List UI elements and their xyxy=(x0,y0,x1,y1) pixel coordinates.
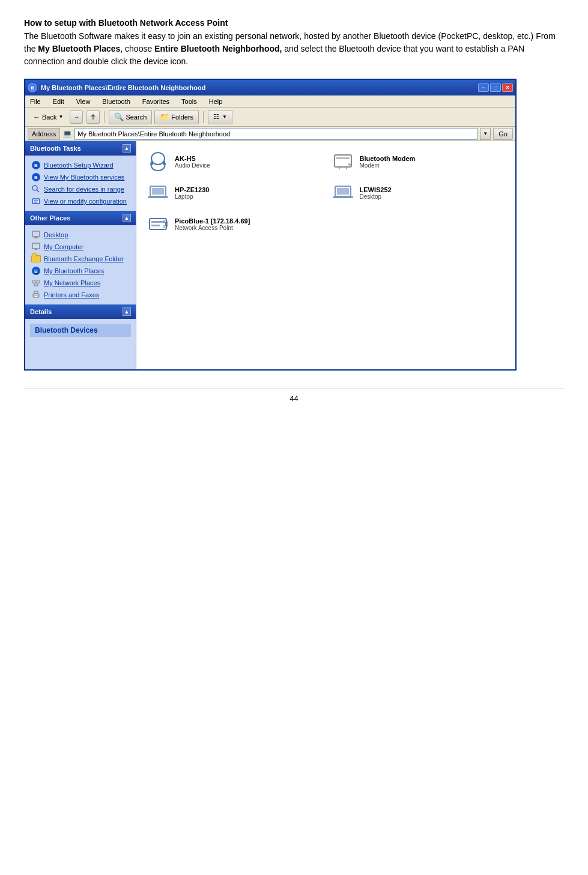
sidebar-item-bt-exchange[interactable]: Bluetooth Exchange Folder xyxy=(28,253,133,265)
other-collapse-button[interactable]: ▲ xyxy=(123,214,131,222)
device-bt-modem[interactable]: Bluetooth Modem Modem xyxy=(327,147,510,176)
addressbar: Address 💻 My Bluetooth Places\Entire Blu… xyxy=(25,127,515,141)
body-text-2: , choose xyxy=(120,44,154,53)
menubar: File Edit View Bluetooth Favorites Tools… xyxy=(25,95,515,107)
heading-text: How to setup with Bluetooth Network Acce… xyxy=(24,18,228,28)
maximize-button[interactable]: □ xyxy=(490,83,501,92)
titlebar-buttons[interactable]: − □ ✕ xyxy=(478,83,513,92)
sidebar-tasks-section: Bluetooth Tasks ▲ B Bluetooth Setup Wiza… xyxy=(25,141,136,211)
titlebar: B My Bluetooth Places\Entire Bluetooth N… xyxy=(25,80,515,95)
close-button[interactable]: ✕ xyxy=(502,83,513,92)
menu-bluetooth[interactable]: Bluetooth xyxy=(100,97,132,106)
bt-modem-info: Bluetooth Modem Modem xyxy=(360,155,416,169)
other-section-header[interactable]: Other Places ▲ xyxy=(25,211,136,225)
address-icon: 💻 xyxy=(62,129,72,138)
search-button[interactable]: 🔍 Search xyxy=(109,110,152,124)
other-section-title: Other Places xyxy=(30,214,70,222)
bt-modem-name: Bluetooth Modem xyxy=(360,155,416,162)
titlebar-left: B My Bluetooth Places\Entire Bluetooth N… xyxy=(28,83,205,92)
address-label: Address xyxy=(28,128,60,140)
tasks-collapse-button[interactable]: ▲ xyxy=(123,144,131,153)
bt-modem-icon xyxy=(331,150,355,174)
menu-favorites[interactable]: Favorites xyxy=(140,97,172,106)
bt-exchange-folder-icon xyxy=(31,254,41,264)
lewis252-icon xyxy=(331,181,355,205)
sidebar-item-printers[interactable]: Printers and Faxes xyxy=(28,289,133,301)
my-computer-icon xyxy=(31,242,41,252)
network-places-icon xyxy=(31,278,41,288)
forward-button[interactable]: → xyxy=(70,111,83,124)
sidebar-details-section: Details ▲ Bluetooth Devices xyxy=(25,304,136,342)
address-input[interactable]: My Bluetooth Places\Entire Bluetooth Nei… xyxy=(74,128,477,140)
device-hp-laptop[interactable]: HP-ZE1230 Laptop xyxy=(142,178,325,207)
view-icon: ☷ xyxy=(213,113,219,121)
details-collapse-button[interactable]: ▲ xyxy=(123,307,131,316)
tasks-section-title: Bluetooth Tasks xyxy=(30,145,81,152)
ak-hs-name: AK-HS xyxy=(175,155,210,162)
sidebar-item-desktop[interactable]: Desktop xyxy=(28,229,133,241)
hp-laptop-info: HP-ZE1230 Laptop xyxy=(175,186,209,200)
menu-file[interactable]: File xyxy=(28,97,43,106)
tasks-section-content: B Bluetooth Setup Wizard B View My Bluet… xyxy=(25,156,136,211)
section-heading: How to setup with Bluetooth Network Acce… xyxy=(24,18,564,28)
sidebar-item-network-places[interactable]: My Network Places xyxy=(28,277,133,289)
sidebar-item-setup-wizard[interactable]: B Bluetooth Setup Wizard xyxy=(28,159,133,171)
sidebar-item-bt-places[interactable]: B My Bluetooth Places xyxy=(28,265,133,277)
back-label: Back xyxy=(42,114,56,121)
sidebar: Bluetooth Tasks ▲ B Bluetooth Setup Wiza… xyxy=(25,141,136,369)
device-lewis252[interactable]: LEWIS252 Desktop xyxy=(327,178,510,207)
menu-view[interactable]: View xyxy=(74,97,93,106)
titlebar-title: My Bluetooth Places\Entire Bluetooth Nei… xyxy=(41,84,205,91)
printers-icon xyxy=(31,290,41,300)
details-content: Bluetooth Devices xyxy=(25,319,136,342)
tasks-section-header[interactable]: Bluetooth Tasks ▲ xyxy=(25,141,136,156)
menu-tools[interactable]: Tools xyxy=(179,97,199,106)
toolbar-separator-1 xyxy=(104,111,105,123)
sidebar-item-my-computer[interactable]: My Computer xyxy=(28,241,133,253)
svg-rect-11 xyxy=(35,249,37,250)
up-button[interactable] xyxy=(86,111,100,124)
details-bt-label: Bluetooth Devices xyxy=(30,324,131,337)
picoblue-type: Network Access Point xyxy=(175,225,250,231)
bt-exchange-label: Bluetooth Exchange Folder xyxy=(44,255,124,262)
hp-laptop-type: Laptop xyxy=(175,193,209,200)
svg-text:B: B xyxy=(31,86,34,90)
svg-rect-19 xyxy=(34,295,38,297)
back-button[interactable]: ← Back ▼ xyxy=(29,109,67,125)
device-ak-hs[interactable]: AK-HS Audio Device xyxy=(142,147,325,176)
search-icon: 🔍 xyxy=(114,112,124,121)
modify-config-icon xyxy=(31,196,41,206)
my-computer-label: My Computer xyxy=(44,243,83,250)
sidebar-item-modify-config[interactable]: View or modify configuration xyxy=(28,195,133,207)
minimize-button[interactable]: − xyxy=(478,83,489,92)
picoblue-info: PicoBlue-1 [172.18.4.69] Network Access … xyxy=(175,217,250,231)
folders-button[interactable]: 📁 Folders xyxy=(154,110,199,124)
address-dropdown[interactable]: ▼ xyxy=(480,128,491,140)
bt-places-label: My Bluetooth Places xyxy=(44,267,104,274)
ak-hs-info: AK-HS Audio Device xyxy=(175,155,210,169)
hp-laptop-name: HP-ZE1230 xyxy=(175,186,209,193)
menu-edit[interactable]: Edit xyxy=(50,97,67,106)
address-go-button[interactable]: Go xyxy=(493,128,513,140)
svg-point-2 xyxy=(32,186,37,190)
titlebar-icon: B xyxy=(28,83,37,92)
bold-text-2: Entire Bluetooth Neighborhood, xyxy=(154,44,282,53)
lewis252-type: Desktop xyxy=(360,193,392,200)
view-services-label: View My Bluetooth services xyxy=(44,174,124,181)
device-picoblue[interactable]: PicoBlue-1 [172.18.4.69] Network Access … xyxy=(142,210,325,238)
sidebar-item-view-services[interactable]: B View My Bluetooth services xyxy=(28,171,133,183)
menu-help[interactable]: Help xyxy=(207,97,225,106)
back-dropdown-icon: ▼ xyxy=(58,114,63,120)
main-content: Bluetooth Tasks ▲ B Bluetooth Setup Wiza… xyxy=(25,141,515,369)
svg-rect-13 xyxy=(37,280,40,283)
view-button[interactable]: ☷ ▼ xyxy=(208,110,232,124)
hp-laptop-icon xyxy=(146,181,170,205)
explorer-window: B My Bluetooth Places\Entire Bluetooth N… xyxy=(24,79,517,371)
sidebar-item-search-devices[interactable]: Search for devices in range xyxy=(28,183,133,195)
svg-point-25 xyxy=(348,163,351,166)
details-section-header[interactable]: Details ▲ xyxy=(25,304,136,319)
svg-point-20 xyxy=(151,153,165,165)
file-list: AK-HS Audio Device xyxy=(136,141,515,369)
setup-wizard-label: Bluetooth Setup Wizard xyxy=(44,162,114,169)
bt-places-icon: B xyxy=(31,266,41,276)
